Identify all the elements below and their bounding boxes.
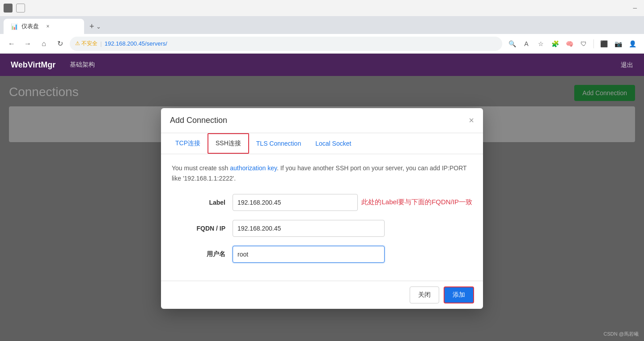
modal-close-btn[interactable]: × bbox=[469, 115, 474, 126]
bookmark-btn[interactable]: ☆ bbox=[534, 38, 547, 50]
modal-footer: 关闭 添加 bbox=[161, 281, 483, 309]
address-url: 192.168.200.45/servers/ bbox=[105, 40, 167, 47]
auth-key-link[interactable]: authorization key bbox=[230, 164, 277, 172]
tab-close-btn[interactable]: × bbox=[44, 23, 51, 30]
brain-btn[interactable]: 🧠 bbox=[563, 38, 576, 50]
tab-tls[interactable]: TLS Connection bbox=[249, 133, 308, 154]
tab-title: 仪表盘 bbox=[21, 22, 39, 30]
back-btn[interactable]: ← bbox=[5, 38, 18, 50]
minimize-btn[interactable]: ─ bbox=[633, 5, 637, 11]
title-bar: ─ bbox=[0, 0, 644, 16]
header-right: 退出 bbox=[621, 61, 633, 69]
new-tab-btn[interactable]: + ⌄ bbox=[84, 19, 106, 34]
nav-divider bbox=[593, 39, 594, 48]
watermark: CSDN @馬若曦 bbox=[604, 331, 639, 337]
security-warning: ⚠ 不安全 bbox=[75, 40, 97, 47]
username-label: 用户名 bbox=[172, 250, 225, 258]
address-bar[interactable]: ⚠ 不安全 | 192.168.200.45/servers/ bbox=[70, 37, 502, 51]
refresh-btn[interactable]: ↻ bbox=[54, 38, 66, 50]
nav-infrastructure[interactable]: 基础架构 bbox=[66, 61, 98, 69]
nav-actions: 🔍 A ☆ 🧩 🧠 🛡 ⬛ 📷 👤 bbox=[506, 38, 639, 50]
extensions-btn[interactable]: 🧩 bbox=[549, 38, 561, 50]
tab-ssh[interactable]: SSH连接 bbox=[208, 133, 249, 154]
tab-local-socket[interactable]: Local Socket bbox=[308, 133, 358, 154]
fqdn-form-group: FQDN / IP bbox=[172, 220, 472, 237]
label-annotation: 此处的Label要与下面的FQDN/IP一致 bbox=[361, 198, 472, 206]
app-body: Connections Add Connection Add Connectio… bbox=[0, 76, 644, 341]
shield-btn[interactable]: 🛡 bbox=[577, 38, 590, 50]
fqdn-input[interactable] bbox=[233, 220, 385, 237]
browser-frame: ─ 📊 仪表盘 × + ⌄ ← → ⌂ ↻ ⚠ 不安全 | 192.168.20… bbox=[0, 0, 644, 341]
screenshot-btn[interactable]: 📷 bbox=[612, 38, 624, 50]
username-input[interactable] bbox=[233, 246, 385, 263]
modal-tabs: TCP连接 SSH连接 TLS Connection Local Socket bbox=[161, 133, 483, 154]
active-tab[interactable]: 📊 仪表盘 × bbox=[4, 19, 84, 34]
reader-btn[interactable]: A bbox=[520, 38, 533, 50]
fqdn-label: FQDN / IP bbox=[172, 225, 225, 232]
profile-btn[interactable]: 👤 bbox=[626, 38, 639, 50]
label-form-group: Label 此处的Label要与下面的FQDN/IP一致 bbox=[172, 194, 472, 211]
logout-btn[interactable]: 退出 bbox=[621, 61, 633, 68]
tab-tcp[interactable]: TCP连接 bbox=[168, 133, 208, 154]
app-logo: WebVirtMgr bbox=[11, 60, 55, 70]
label-input[interactable] bbox=[233, 194, 358, 211]
search-btn[interactable]: 🔍 bbox=[506, 38, 518, 50]
forward-btn[interactable]: → bbox=[21, 38, 34, 50]
desc-prefix: You must create ssh bbox=[172, 164, 230, 172]
username-form-group: 用户名 bbox=[172, 246, 472, 263]
label-field-label: Label bbox=[172, 199, 225, 206]
nav-bar: ← → ⌂ ↻ ⚠ 不安全 | 192.168.200.45/servers/ … bbox=[0, 34, 644, 54]
browser-menu-icon[interactable] bbox=[4, 4, 13, 13]
modal-dialog: Add Connection × TCP连接 SSH连接 TLS Connect… bbox=[161, 108, 483, 309]
tab-bar: 📊 仪表盘 × + ⌄ bbox=[0, 16, 644, 34]
close-modal-btn[interactable]: 关闭 bbox=[410, 286, 439, 303]
modal-overlay: Add Connection × TCP连接 SSH连接 TLS Connect… bbox=[0, 76, 644, 341]
app-header: WebVirtMgr 基础架构 退出 bbox=[0, 54, 644, 76]
modal-header: Add Connection × bbox=[161, 108, 483, 133]
app-container: WebVirtMgr 基础架构 退出 Connections Add Conne… bbox=[0, 54, 644, 341]
modal-body: You must create ssh authorization key. I… bbox=[161, 154, 483, 281]
add-btn[interactable]: 添加 bbox=[444, 286, 474, 303]
browser-window-icon[interactable] bbox=[16, 4, 25, 13]
modal-title: Add Connection bbox=[170, 116, 227, 125]
sidebar-btn[interactable]: ⬛ bbox=[597, 38, 610, 50]
address-separator: | bbox=[100, 40, 102, 47]
tab-favicon: 📊 bbox=[11, 23, 18, 30]
home-btn[interactable]: ⌂ bbox=[38, 38, 50, 50]
modal-description: You must create ssh authorization key. I… bbox=[172, 163, 472, 183]
